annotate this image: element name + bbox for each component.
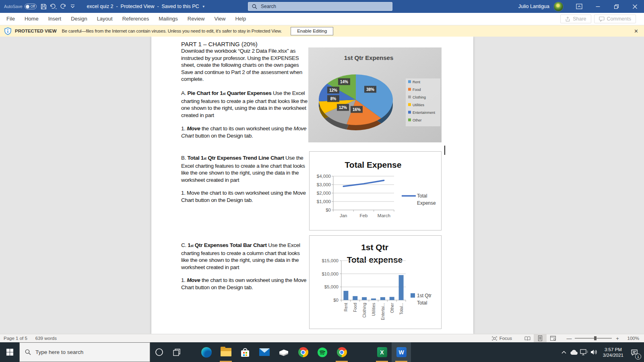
share-button[interactable]: Share [560,14,591,23]
svg-text:1st Qtr Expenses: 1st Qtr Expenses [344,54,394,61]
tab-references[interactable]: References [118,13,154,25]
focus-icon [492,336,497,341]
zoom-level[interactable]: 100% [625,336,639,341]
tab-review[interactable]: Review [183,13,210,25]
svg-text:$10,000: $10,000 [322,272,339,276]
svg-text:Utilities: Utilities [372,303,376,316]
svg-text:Total expense: Total expense [347,255,403,264]
doc-heading: PART 1 – CHARTING (20%) [181,41,258,47]
spotify-icon[interactable] [313,342,332,362]
save-button[interactable] [39,0,49,13]
action-center-button[interactable]: 1 [627,342,642,362]
cloud-icon [570,350,578,355]
pie-chart-image[interactable]: 1st Qtr Expenses38%16%12%8%12%14%RentFoo… [308,47,442,142]
taskbar-search-box[interactable] [19,342,150,362]
task-view-icon [173,348,181,356]
chrome-2-icon[interactable] [332,342,351,362]
tab-insert[interactable]: Insert [43,13,66,25]
svg-text:Feb: Feb [360,213,368,218]
share-icon [565,16,570,22]
svg-text:March: March [378,213,390,218]
tab-view[interactable]: View [209,13,230,25]
tab-help[interactable]: Help [230,13,251,25]
document-area[interactable]: PART 1 – CHARTING (20%) Download the wor… [0,37,644,334]
onedrive-button[interactable] [569,342,579,362]
tab-file[interactable]: File [2,13,20,25]
title-bar: AutoSave Off excel quiz 2 - Protected Vi… [0,0,644,13]
file-explorer-icon[interactable] [216,342,235,362]
zoom-slider[interactable] [575,338,612,339]
word-icon[interactable]: W [392,342,411,362]
taskbar-search-input[interactable] [35,349,136,355]
restore-button[interactable] [607,0,625,13]
page-indicator[interactable]: Page 1 of 5 [4,336,27,341]
autosave-toggle[interactable]: AutoSave Off [4,4,37,9]
volume-button[interactable] [589,342,599,362]
tray-expand-button[interactable] [559,342,569,362]
word-count[interactable]: 639 words [35,336,57,341]
line-chart-image[interactable]: Total Expense$0$1,000$2,000$3,000$4,000J… [309,151,442,230]
tab-layout[interactable]: Layout [92,13,118,25]
clock-date: 3/24/2021 [603,352,623,358]
edge-icon[interactable] [197,342,216,362]
mail-icon[interactable] [255,342,274,362]
taskbar-gap [351,342,372,362]
banner-close-icon[interactable]: ✕ [634,28,638,34]
svg-text:Total...: Total... [399,303,404,315]
tab-mailings[interactable]: Mailings [154,13,183,25]
cortana-button[interactable] [150,342,168,362]
tab-home[interactable]: Home [20,13,43,25]
svg-text:Clothing: Clothing [362,303,367,318]
undo-button[interactable] [49,0,58,13]
print-layout-button[interactable] [534,334,547,342]
svg-text:1st Qtr: 1st Qtr [417,293,431,298]
comments-button[interactable]: Comments [594,14,636,23]
network-button[interactable] [579,342,589,362]
doc-paragraph: 1. Move the chart to its own worksheet u… [181,189,308,204]
autosave-pill[interactable]: Off [25,4,37,9]
customize-qat-button[interactable] [68,0,78,13]
svg-text:$0: $0 [333,298,339,302]
svg-text:Entertainment: Entertainment [413,111,436,115]
search-box[interactable] [248,2,392,11]
chrome-icon[interactable] [293,342,313,362]
document-title[interactable]: excel quiz 2 - Protected View - Saved to… [87,4,205,9]
banner-label: PROTECTED VIEW [15,29,57,33]
close-button[interactable] [625,0,644,13]
redo-button[interactable] [58,0,68,13]
shield-icon [4,27,11,35]
clock[interactable]: 3:57 PM 3/24/2021 [603,347,623,358]
svg-text:Rent: Rent [344,303,348,311]
web-layout-button[interactable] [547,334,559,342]
redo-icon [60,4,66,9]
svg-text:38%: 38% [366,87,374,92]
bar-chart-image[interactable]: 1st QtrTotal expense$0$5,000$10,000$15,0… [309,235,442,329]
read-mode-button[interactable] [521,334,534,342]
book-app-icon[interactable] [274,342,293,362]
restore-icon [614,4,619,9]
enable-editing-button[interactable]: Enable Editing [291,27,333,35]
start-button[interactable] [0,342,19,362]
ribbon-display-options-button[interactable] [570,0,588,13]
svg-text:Rent: Rent [413,80,421,84]
task-view-button[interactable] [168,342,186,362]
print-layout-icon [538,335,543,341]
excel-icon[interactable]: X [372,342,392,362]
zoom-in-button[interactable]: + [613,335,621,341]
zoom-slider-thumb[interactable] [594,336,597,340]
avatar[interactable] [553,2,564,12]
svg-text:8%: 8% [330,97,336,101]
zoom-out-button[interactable]: — [565,335,573,341]
svg-text:Food: Food [353,303,357,312]
document-page[interactable]: PART 1 – CHARTING (20%) Download the wor… [151,37,473,334]
store-icon[interactable] [235,342,255,362]
search-input[interactable] [261,4,374,9]
svg-text:$1,000: $1,000 [317,199,331,204]
chevron-down-icon: ▼ [202,5,205,8]
tab-design[interactable]: Design [66,13,92,25]
focus-button[interactable]: Focus [492,336,512,341]
chevron-up-icon [561,351,566,354]
doc-paragraph: A. Pie Chart for 1st Quarter Expenses Us… [181,90,308,119]
user-name[interactable]: Julio Lantigua [518,4,549,9]
minimize-button[interactable] [588,0,607,13]
